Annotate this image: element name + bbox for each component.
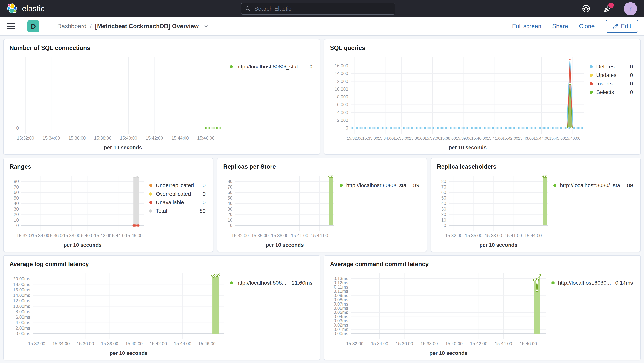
full-screen-button[interactable]: Full screen: [512, 23, 542, 30]
svg-text:15:44:00: 15:44:00: [524, 233, 542, 238]
panel-replica-leaseholders: Replica leaseholders 15:32:0015:35:0015:…: [431, 158, 641, 252]
sql-queries-chart[interactable]: 15:32:0015:33:0015:34:0015:35:0015:36:00…: [330, 52, 590, 152]
svg-text:15:34:00: 15:34:00: [371, 341, 388, 346]
svg-text:80: 80: [441, 179, 446, 184]
legend-item[interactable]: Inserts0: [590, 81, 633, 87]
svg-text:15:38:00: 15:38:00: [63, 233, 80, 238]
svg-text:70: 70: [14, 184, 19, 190]
legend-item[interactable]: Deletes0: [590, 64, 633, 70]
legend-item[interactable]: Selects0: [590, 89, 633, 95]
legend-series-label: http://localhost:8080/_sta...: [346, 183, 409, 188]
legend-item[interactable]: Updates0: [590, 72, 633, 78]
svg-text:15:36:00: 15:36:00: [396, 341, 413, 346]
svg-text:10.00ms: 10.00ms: [13, 304, 30, 309]
svg-text:10: 10: [228, 218, 232, 223]
svg-text:10: 10: [441, 218, 446, 223]
svg-text:15:32:00: 15:32:00: [445, 233, 462, 238]
title-options-button[interactable]: [203, 24, 208, 29]
svg-text:40: 40: [441, 201, 446, 206]
svg-text:30: 30: [228, 207, 232, 212]
svg-text:15:32:00: 15:32:00: [28, 341, 46, 346]
legend-series-value: 21.60ms: [287, 280, 312, 286]
legend-series-dot: [149, 192, 152, 196]
chart-legend: http://localhost:8080/_stat...0: [230, 52, 314, 152]
legend-series-value: 0: [198, 183, 206, 188]
avatar-initial: r: [630, 5, 632, 12]
svg-text:30: 30: [14, 207, 19, 212]
legend-series-value: 0: [198, 191, 206, 197]
legend-item[interactable]: Unavailable0: [149, 200, 206, 205]
panel-title: Average log commit latency: [10, 261, 314, 268]
ranges-chart[interactable]: 15:32:0015:34:0015:36:0015:38:0015:40:00…: [10, 171, 149, 250]
legend-series-label: Selects: [596, 89, 614, 95]
svg-text:per 10 seconds: per 10 seconds: [266, 242, 304, 248]
legend-series-label: Unavailable: [156, 200, 184, 205]
menu-button[interactable]: [6, 21, 16, 32]
legend-series-dot: [552, 281, 554, 284]
svg-text:0.00ms: 0.00ms: [16, 331, 30, 336]
panel-avg-log-commit-latency: Average log commit latency 15:32:0015:34…: [3, 255, 320, 360]
sql-connections-chart[interactable]: 15:32:0015:34:0015:36:0015:38:0015:40:00…: [10, 52, 230, 152]
panel-title: Replica leaseholders: [437, 163, 634, 170]
global-search[interactable]: [241, 3, 395, 15]
legend-series-value: 0: [625, 89, 633, 95]
chart-legend: http://localhost:8080/_sta...89: [340, 171, 421, 250]
legend-item[interactable]: Underreplicated0: [149, 183, 206, 188]
legend-item[interactable]: http://localhost:8080...0.14ms: [552, 280, 633, 286]
svg-text:15:40:00: 15:40:00: [79, 233, 96, 238]
avg-log-commit-latency-chart[interactable]: 15:32:0015:34:0015:36:0015:38:0015:40:00…: [10, 268, 230, 358]
share-button[interactable]: Share: [552, 23, 568, 30]
svg-text:15:40:00: 15:40:00: [125, 341, 142, 346]
legend-series-value: 89: [622, 183, 633, 188]
clone-button[interactable]: Clone: [579, 23, 595, 30]
svg-text:15:41:00: 15:41:00: [505, 233, 522, 238]
svg-text:80: 80: [14, 179, 19, 184]
svg-text:60: 60: [14, 190, 19, 195]
svg-text:15:44:00: 15:44:00: [311, 233, 328, 238]
elastic-brand[interactable]: elastic: [7, 3, 45, 14]
chart-legend: http://localhost:808...21.60ms: [230, 268, 314, 358]
news-feed-button[interactable]: [603, 4, 612, 13]
chart-legend: Deletes0Updates0Inserts0Selects0: [590, 52, 634, 152]
svg-text:8,000: 8,000: [337, 94, 348, 99]
edit-button-label: Edit: [621, 23, 631, 30]
legend-series-label: Updates: [596, 72, 616, 78]
panel-title: Number of SQL connections: [10, 45, 314, 52]
svg-text:20.00ms: 20.00ms: [13, 276, 30, 281]
legend-item[interactable]: http://localhost:8080/_stat...0: [230, 64, 312, 70]
svg-text:4.00ms: 4.00ms: [16, 320, 30, 325]
divider: [22, 17, 22, 36]
panel-replicas-per-store: Replicas per Store 15:32:0015:35:0015:38…: [217, 158, 427, 252]
avg-command-commit-latency-chart[interactable]: 15:32:0015:34:0015:36:0015:38:0015:40:00…: [330, 268, 552, 358]
svg-text:15:32:00: 15:32:00: [17, 136, 34, 141]
help-button[interactable]: [582, 4, 591, 13]
replicas-per-store-chart[interactable]: 15:32:0015:35:0015:38:0015:41:0015:44:00…: [223, 171, 340, 250]
legend-series-label: http://localhost:808...: [236, 280, 286, 286]
breadcrumb-dashboard-link[interactable]: Dashboard: [57, 23, 86, 30]
brand-name: elastic: [22, 4, 45, 13]
svg-text:16.00ms: 16.00ms: [13, 287, 30, 292]
legend-item[interactable]: http://localhost:8080/_sta...89: [340, 183, 419, 188]
svg-text:50: 50: [228, 196, 232, 201]
legend-series-label: http://localhost:8080...: [558, 280, 610, 286]
svg-text:70: 70: [228, 184, 232, 190]
edit-button[interactable]: Edit: [606, 20, 638, 33]
svg-text:0.13ms: 0.13ms: [334, 276, 348, 281]
dashboard-header-bar: D Dashboard / [Metricbeat CockroachDB] O…: [0, 17, 644, 36]
svg-text:16,000: 16,000: [335, 63, 348, 68]
legend-item[interactable]: http://localhost:8080/_sta...89: [554, 183, 633, 188]
svg-text:14,000: 14,000: [335, 71, 348, 76]
replica-leaseholders-chart[interactable]: 15:32:0015:35:0015:38:0015:41:0015:44:00…: [437, 171, 554, 250]
legend-item[interactable]: http://localhost:808...21.60ms: [230, 280, 312, 286]
svg-text:15:44:00: 15:44:00: [172, 136, 189, 141]
dashboard-app-badge[interactable]: D: [28, 20, 40, 32]
svg-text:6,000: 6,000: [337, 102, 348, 107]
svg-text:15:32:00: 15:32:00: [346, 341, 364, 346]
svg-text:15:37:00: 15:37:00: [424, 136, 440, 140]
legend-item[interactable]: Total89: [149, 208, 206, 214]
search-input[interactable]: [254, 6, 391, 12]
legend-item[interactable]: Overreplicated0: [149, 191, 206, 197]
user-avatar[interactable]: r: [624, 2, 637, 15]
svg-text:15:42:00: 15:42:00: [150, 341, 167, 346]
legend-series-label: Total: [156, 208, 167, 214]
